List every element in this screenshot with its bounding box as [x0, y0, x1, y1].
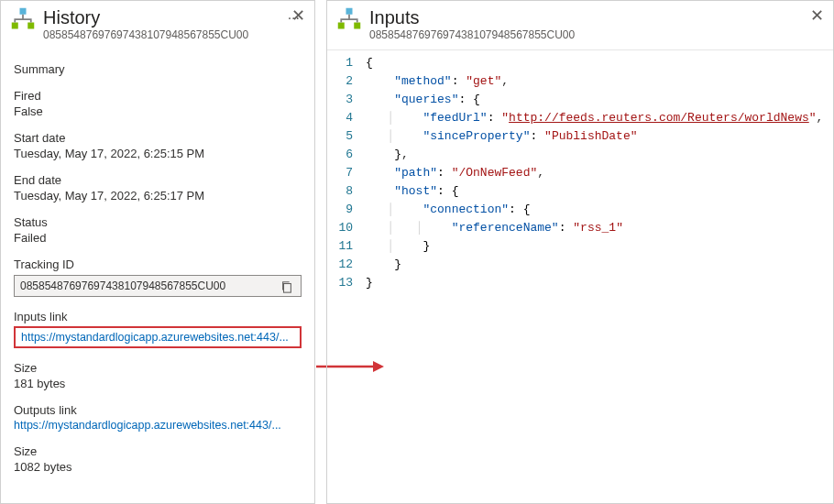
history-subtitle: 08585487697697438107948567855CU00	[43, 28, 277, 42]
code-line: │ │ "referenceName": "rss_1"	[366, 219, 623, 237]
line-number: 11	[327, 237, 366, 256]
json-viewer[interactable]: 1{ 2 "method": "get", 3 "queries": { 4 │…	[327, 49, 833, 296]
line-number: 6	[327, 146, 366, 164]
copy-icon[interactable]	[280, 280, 293, 296]
fired-value: False	[14, 104, 302, 118]
status-label: Status	[14, 215, 302, 229]
svg-rect-3	[284, 284, 291, 293]
line-number: 2	[327, 72, 366, 91]
inputs-link[interactable]: https://mystandardlogicapp.azurewebsites…	[14, 326, 302, 348]
outputs-size-label: Size	[14, 444, 302, 458]
code-line: "path": "/OnNewFeed",	[366, 164, 544, 182]
svg-rect-1	[12, 23, 18, 29]
inputs-size-label: Size	[14, 361, 302, 375]
fired-label: Fired	[14, 89, 302, 103]
svg-rect-2	[27, 23, 34, 29]
line-number: 9	[327, 201, 366, 219]
line-number: 7	[327, 164, 366, 182]
start-date-label: Start date	[14, 131, 302, 145]
history-close-button[interactable]: ✕	[290, 5, 307, 26]
line-number: 4	[327, 109, 366, 127]
code-line: },	[366, 146, 409, 164]
line-number: 5	[327, 127, 366, 146]
status-value: Failed	[14, 231, 302, 245]
code-line: "method": "get",	[366, 72, 509, 91]
svg-rect-8	[354, 23, 360, 29]
svg-rect-7	[338, 23, 345, 29]
inputs-header: Inputs 08585487697697438107948567855CU00…	[327, 1, 833, 49]
line-number: 8	[327, 182, 366, 201]
inputs-title: Inputs	[369, 6, 824, 28]
svg-rect-6	[346, 8, 353, 15]
summary-label: Summary	[14, 62, 302, 76]
line-number: 10	[327, 219, 366, 237]
code-line: }	[366, 256, 401, 274]
start-date-value: Tuesday, May 17, 2022, 6:25:15 PM	[14, 147, 302, 160]
inputs-close-button[interactable]: ✕	[808, 5, 826, 26]
end-date-label: End date	[14, 173, 302, 187]
code-line: │ "feedUrl": "http://feeds.reuters.com/R…	[366, 109, 823, 127]
code-line: │ "connection": {	[366, 201, 530, 219]
code-line: }	[366, 274, 373, 292]
history-header: History 08585487697697438107948567855CU0…	[1, 1, 314, 49]
history-title: History	[43, 6, 277, 28]
history-panel: History 08585487697697438107948567855CU0…	[0, 0, 315, 504]
outputs-link-label: Outputs link	[14, 403, 302, 417]
tracking-id-label: Tracking ID	[14, 257, 302, 271]
code-line: │ "sinceProperty": "PublishDate"	[366, 127, 638, 146]
code-line: "queries": {	[366, 91, 480, 109]
history-body: Summary Fired False Start date Tuesday, …	[1, 49, 314, 485]
logic-app-icon	[10, 6, 36, 35]
line-number: 3	[327, 91, 366, 109]
outputs-size-value: 1082 bytes	[14, 460, 302, 474]
logic-app-icon	[336, 6, 362, 35]
inputs-size-value: 181 bytes	[14, 377, 302, 390]
svg-rect-0	[20, 8, 27, 15]
code-line: │ }	[366, 237, 430, 256]
code-line: "host": {	[366, 182, 458, 201]
end-date-value: Tuesday, May 17, 2022, 6:25:17 PM	[14, 189, 302, 203]
inputs-subtitle: 08585487697697438107948567855CU00	[369, 28, 824, 42]
outputs-link[interactable]: https://mystandardlogicapp.azurewebsites…	[14, 419, 302, 432]
inputs-link-label: Inputs link	[14, 310, 302, 323]
line-number: 1	[327, 54, 366, 72]
tracking-id-value: 08585487697697438107948567855CU00	[20, 279, 225, 292]
inputs-panel: Inputs 08585487697697438107948567855CU00…	[326, 0, 834, 504]
tracking-id-box[interactable]: 08585487697697438107948567855CU00	[14, 275, 302, 297]
code-line: {	[366, 54, 373, 72]
line-number: 12	[327, 256, 366, 274]
line-number: 13	[327, 274, 366, 292]
